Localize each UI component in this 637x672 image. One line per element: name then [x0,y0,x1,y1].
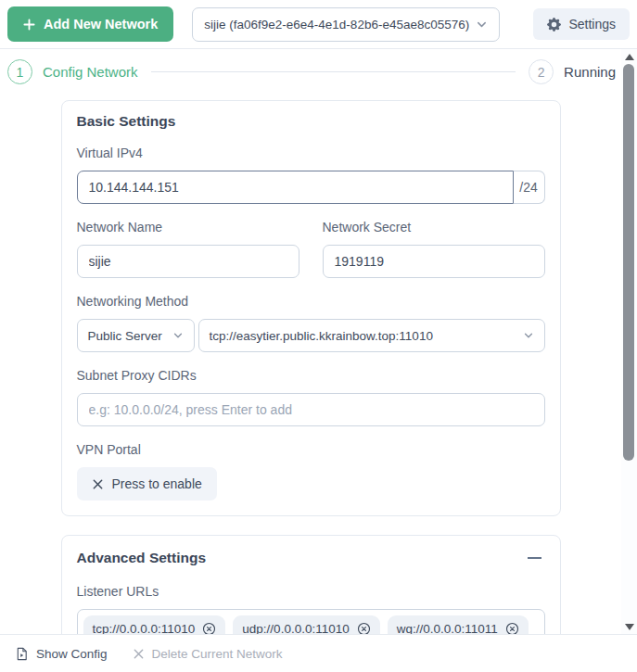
chevron-down-icon [523,330,534,341]
show-config-label: Show Config [36,647,108,661]
network-secret-input[interactable] [323,245,545,278]
remove-chip-icon[interactable] [505,622,519,635]
step-1-label: Config Network [43,64,138,80]
network-name-label: Network Name [77,220,299,235]
virtual-ipv4-input[interactable] [77,171,514,204]
listener-chip-label: udp://0.0.0.0:11010 [242,622,349,635]
scroll-up-arrow[interactable] [625,54,634,60]
network-selector[interactable]: sijie (fa06f9e2-e6e4-4e1d-82b6-e45ae8c05… [192,7,500,42]
collapse-advanced-button[interactable] [525,548,545,568]
listener-chip-label: wg://0.0.0.0:11011 [397,622,498,635]
stepper-connector [151,71,516,72]
top-toolbar: Add New Network sijie (fa06f9e2-e6e4-4e1… [0,0,637,49]
settings-button[interactable]: Settings [533,8,630,40]
scroll-down-arrow[interactable] [625,624,634,630]
networking-method-label: Networking Method [77,294,545,309]
step-2-label: Running [564,64,616,80]
basic-settings-card: Basic Settings Virtual IPv4 /24 Network … [61,100,561,516]
advanced-settings-title: Advanced Settings [77,550,207,566]
vpn-portal-label: VPN Portal [77,442,545,457]
plus-icon [23,19,35,31]
network-secret-label: Network Secret [323,220,545,235]
main-region: 1 Config Network 2 Running Basic Setting… [0,49,637,634]
networking-method-value: Public Server [88,329,162,343]
listener-chip: wg://0.0.0.0:11011 [388,615,529,634]
scroll-content: 1 Config Network 2 Running Basic Setting… [0,49,621,634]
chevron-down-icon [476,19,488,31]
vertical-scrollbar[interactable] [621,49,637,634]
vpn-portal-enable-button[interactable]: Press to enable [77,467,217,501]
subnet-proxy-label: Subnet Proxy CIDRs [77,368,545,383]
networking-method-select[interactable]: Public Server [77,319,195,352]
public-server-select[interactable]: tcp://easytier.public.kkrainbow.top:1101… [198,319,545,352]
listener-chip: tcp://0.0.0.0:11010 [83,615,226,634]
basic-settings-title: Basic Settings [77,113,176,130]
step-1-circle: 1 [7,59,32,84]
delete-current-network-button[interactable]: Delete Current Network [133,647,283,661]
step-running[interactable]: 2 Running [529,59,616,84]
scrollbar-thumb[interactable] [623,64,634,461]
ipv4-prefix-addon: /24 [514,171,545,204]
network-name-input[interactable] [77,245,299,278]
remove-chip-icon[interactable] [202,622,216,635]
virtual-ipv4-label: Virtual IPv4 [77,146,545,160]
public-server-value: tcp://easytier.public.kkrainbow.top:1101… [210,329,433,343]
listener-chip: udp://0.0.0.0:11010 [233,615,379,634]
delete-current-network-label: Delete Current Network [152,647,283,661]
subnet-proxy-input[interactable] [77,393,545,426]
vpn-portal-button-label: Press to enable [112,476,202,491]
bottom-action-bar: Show Config Delete Current Network [0,634,637,672]
advanced-settings-card: Advanced Settings Listener URLs tcp://0.… [61,535,561,634]
add-new-network-button[interactable]: Add New Network [7,6,173,42]
virtual-ipv4-group: /24 [77,171,545,204]
show-config-button[interactable]: Show Config [15,647,108,661]
x-icon [92,478,104,490]
step-config-network[interactable]: 1 Config Network [7,59,138,84]
listener-chip-label: tcp://0.0.0.0:11010 [93,622,196,635]
file-play-icon [15,647,29,661]
minus-icon [528,557,541,559]
remove-chip-icon[interactable] [357,622,371,635]
network-selector-value: sijie (fa06f9e2-e6e4-4e1d-82b6-e45ae8c05… [204,18,469,32]
chevron-down-icon [172,330,184,341]
step-2-circle: 2 [529,59,554,84]
x-icon [133,648,145,660]
settings-label: Settings [568,17,616,32]
gear-icon [547,18,561,32]
listener-urls-editor[interactable]: tcp://0.0.0.0:11010 udp://0.0.0.0:11010 … [77,609,545,634]
listener-urls-label: Listener URLs [77,584,545,599]
stepper: 1 Config Network 2 Running [0,49,621,86]
add-new-network-label: Add New Network [44,17,158,32]
